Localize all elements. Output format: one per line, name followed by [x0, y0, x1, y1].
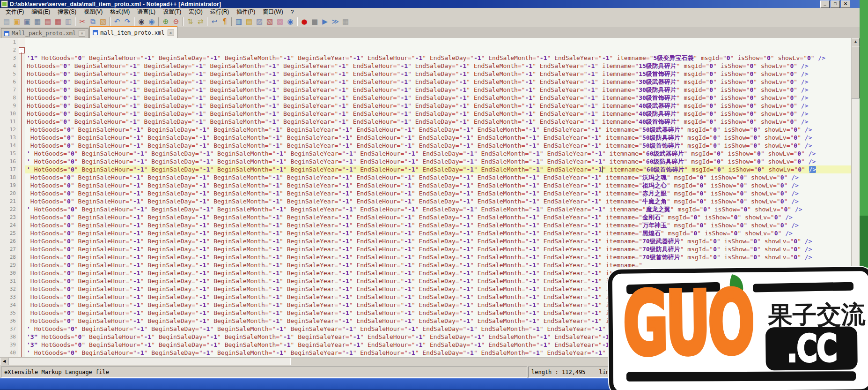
line-number: 3: [0, 54, 18, 62]
close-all-icon[interactable]: ▦: [53, 17, 63, 26]
word-wrap-icon[interactable]: ↩: [210, 17, 219, 26]
code-line[interactable]: 16' HotGoods="0" BeginSaleHour="-1" Begi…: [0, 158, 852, 165]
code-line[interactable]: 12 HotGoods="0" BeginSaleHour="-1" Begin…: [0, 126, 852, 134]
title-bar[interactable]: D:\sbk\server\server_data\mall_item_prot…: [0, 0, 860, 8]
fold-margin: [18, 253, 25, 261]
macro-run-multiple-icon[interactable]: ≫: [331, 17, 340, 26]
menu-item-9[interactable]: 插件(P): [233, 8, 259, 16]
maximize-button[interactable]: □: [831, 0, 840, 8]
code-text: HotGoods="0" BeginSaleHour="-1" BeginSal…: [25, 142, 812, 150]
code-text: HotGoods="0" BeginSaleHour="-1" BeginSal…: [25, 86, 809, 94]
cut-icon[interactable]: ✂: [78, 17, 87, 26]
document-map-icon[interactable]: ▨: [255, 17, 264, 26]
zoom-in-icon[interactable]: ⊕: [161, 17, 170, 26]
code-line[interactable]: 15' HotGoods="0" BeginSaleHour="-1" Begi…: [0, 150, 852, 158]
menu-item-5[interactable]: 语言(L): [133, 8, 159, 16]
tab-mall_item_proto.xml[interactable]: mall_item_proto.xml✕: [89, 26, 177, 38]
code-line[interactable]: 3'1" HotGoods="0" BeginSaleHour="-1" Beg…: [0, 54, 852, 62]
fold-margin: [18, 102, 25, 110]
close-doc-icon[interactable]: ▤: [43, 17, 52, 26]
code-text: HotGoods="0" BeginSaleHour="-1" BeginSal…: [25, 309, 642, 317]
line-number: 34: [0, 301, 18, 309]
code-line[interactable]: 2−: [0, 46, 852, 54]
code-text: HotGoods="0" BeginSaleHour="-1" BeginSal…: [25, 213, 793, 221]
code-line[interactable]: 5HotGoods="0" BeginSaleHour="-1" BeginSa…: [0, 70, 852, 78]
line-number: 39: [0, 341, 18, 349]
find-icon[interactable]: ◉: [137, 17, 146, 26]
watermark-cc-text: .CC: [787, 327, 837, 371]
fold-margin: [18, 245, 25, 253]
tab-close-icon[interactable]: ✕: [79, 30, 85, 37]
tab-Mall_pack_proto.xml[interactable]: Mall_pack_proto.xml✕: [1, 28, 88, 38]
menu-item-8[interactable]: 运行(R): [206, 8, 233, 16]
doc-switcher-icon[interactable]: ▧: [265, 17, 274, 26]
menu-item-6[interactable]: 设置(T): [159, 8, 185, 16]
vertical-scroll-thumb[interactable]: [852, 46, 860, 98]
macro-save-icon[interactable]: ▦: [341, 17, 350, 26]
line-number: 16: [0, 158, 18, 165]
sync-vertical-icon[interactable]: ⇅: [185, 17, 195, 26]
code-line[interactable]: 27 HotGoods="0" BeginSaleHour="-1" Begin…: [0, 245, 852, 253]
code-text: HotGoods="0" BeginSaleHour="-1" BeginSal…: [25, 134, 812, 142]
code-line[interactable]: 26 HotGoods="0" BeginSaleHour="-1" Begin…: [0, 237, 852, 245]
indent-guide-icon[interactable]: ▥: [234, 17, 243, 26]
code-line[interactable]: 8HotGoods="0" BeginSaleHour="-1" BeginSa…: [0, 94, 852, 102]
open-folder-icon[interactable]: ▣: [12, 17, 22, 26]
print-icon[interactable]: ▥: [64, 17, 73, 26]
macro-play-icon[interactable]: ▶: [320, 17, 330, 26]
replace-icon[interactable]: ◉: [147, 17, 156, 26]
copy-icon[interactable]: ⧉: [88, 17, 97, 26]
folder-workspace-icon[interactable]: ▩: [275, 17, 285, 26]
code-line[interactable]: 7HotGoods="0" BeginSaleHour="-1" BeginSa…: [0, 86, 852, 94]
code-line[interactable]: 9HotGoods="0" BeginSaleHour="-1" BeginSa…: [0, 102, 852, 110]
tab-close-icon[interactable]: ✕: [168, 30, 174, 36]
minimize-button[interactable]: _: [820, 0, 830, 8]
menu-item-11[interactable]: ?: [287, 8, 298, 16]
save-all-icon[interactable]: ▦: [33, 17, 42, 26]
code-line[interactable]: 10HotGoods="0" BeginSaleHour="-1" BeginS…: [0, 110, 852, 118]
code-line[interactable]: 24 HotGoods="0" BeginSaleHour="-1" Begin…: [0, 221, 852, 229]
code-text: HotGoods="0" BeginSaleHour="-1" BeginSal…: [25, 102, 809, 110]
code-line[interactable]: 4HotGoods="0" BeginSaleHour="-1" BeginSa…: [0, 62, 852, 70]
menu-item-4[interactable]: 格式(M): [106, 8, 133, 16]
menu-item-2[interactable]: 搜索(S): [54, 8, 80, 16]
undo-icon[interactable]: ↶: [112, 17, 122, 26]
redo-icon[interactable]: ↷: [123, 17, 132, 26]
zoom-out-icon[interactable]: ⊖: [171, 17, 181, 26]
sync-horizontal-icon[interactable]: ⇄: [196, 17, 205, 26]
new-file-icon[interactable]: ▤: [2, 17, 11, 26]
code-line[interactable]: 28 HotGoods="0" BeginSaleHour="-1" Begin…: [0, 253, 852, 261]
code-line[interactable]: 19 HotGoods="0" BeginSaleHour="-1" Begin…: [0, 181, 852, 189]
line-number: 13: [0, 134, 18, 142]
menu-item-7[interactable]: 宏(O): [185, 8, 206, 16]
code-line[interactable]: 1: [0, 38, 852, 46]
code-line[interactable]: 18 HotGoods="0" BeginSaleHour="-1" Begin…: [0, 173, 852, 181]
save-icon[interactable]: ▣: [22, 17, 32, 26]
code-line[interactable]: 22' HotGoods="0" BeginSaleHour="-1" Begi…: [0, 205, 852, 213]
fold-margin: [18, 150, 25, 158]
macro-stop-icon[interactable]: ■: [310, 17, 319, 26]
fold-collapse-icon[interactable]: −: [19, 47, 25, 53]
view-eye-icon[interactable]: ◉: [286, 17, 295, 26]
code-line[interactable]: 23 HotGoods="0" BeginSaleHour="-1" Begin…: [0, 213, 852, 221]
code-line[interactable]: 17' HotGoods="0" BeginSaleHour="-1" Begi…: [0, 165, 852, 173]
menu-item-10[interactable]: 窗口(W): [259, 8, 287, 16]
code-line[interactable]: 13 HotGoods="0" BeginSaleHour="-1" Begin…: [0, 134, 852, 142]
menu-item-1[interactable]: 编辑(E): [28, 8, 54, 16]
close-button[interactable]: ✕: [841, 0, 850, 8]
menu-item-3[interactable]: 视图(V): [80, 8, 106, 16]
show-all-chars-icon[interactable]: ¶: [220, 17, 229, 26]
code-line[interactable]: 14 HotGoods="0" BeginSaleHour="-1" Begin…: [0, 142, 852, 150]
macro-record-icon[interactable]: ●: [300, 17, 309, 26]
paste-icon[interactable]: ▧: [98, 17, 108, 26]
function-list-icon[interactable]: ▤: [244, 17, 254, 26]
code-line[interactable]: 11HotGoods="0" BeginSaleHour="-1" BeginS…: [0, 118, 852, 126]
line-number: 23: [0, 213, 18, 221]
code-line[interactable]: 20 HotGoods="0" BeginSaleHour="-1" Begin…: [0, 189, 852, 197]
menu-item-0[interactable]: 文件(F): [2, 8, 28, 16]
code-line[interactable]: 6HotGoods="0" BeginSaleHour="-1" BeginSa…: [0, 78, 852, 86]
code-line[interactable]: 25 HotGoods="0" BeginSaleHour="-1" Begin…: [0, 229, 852, 237]
code-line[interactable]: 21 HotGoods="0" BeginSaleHour="-1" Begin…: [0, 197, 852, 205]
fold-margin: [18, 189, 25, 197]
scroll-up-arrow-icon[interactable]: ▲: [852, 38, 860, 46]
